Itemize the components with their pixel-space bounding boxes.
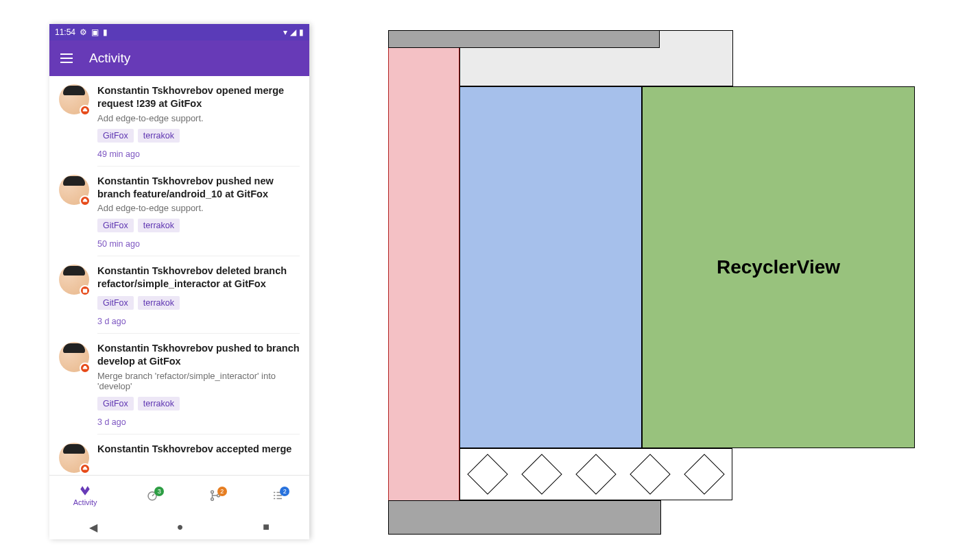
activity-title: Konstantin Tskhovrebov accepted merge xyxy=(97,443,300,456)
signal-icon: ◢ xyxy=(290,27,296,37)
bottom-nav: Activity322 xyxy=(49,475,309,515)
overview-key-icon[interactable]: ■ xyxy=(263,521,270,533)
activity-title: Konstantin Tskhovrebov opened merge requ… xyxy=(97,84,300,110)
phone-mockup: 11:54 ⚙ ▣ ▮ ▾ ◢ ▮ Activity Konstantin Ts… xyxy=(49,24,309,539)
svg-rect-0 xyxy=(83,289,87,293)
activity-description: Add edge-to-edge support. xyxy=(97,113,300,123)
gitlab-icon xyxy=(77,485,93,497)
activity-title: Konstantin Tskhovrebov deleted branch re… xyxy=(97,265,300,291)
svg-point-2 xyxy=(211,490,213,493)
activity-title: Konstantin Tskhovrebov pushed to branch … xyxy=(97,342,300,368)
activity-item[interactable]: Konstantin Tskhovrebov opened merge requ… xyxy=(49,76,309,167)
nav-item-merge[interactable]: 2 xyxy=(208,489,223,502)
chip[interactable]: terrakok xyxy=(138,397,180,411)
battery-icon: ▮ xyxy=(299,27,304,37)
diagram-side-inset-zone xyxy=(388,30,459,535)
avatar[interactable] xyxy=(59,342,89,372)
avatar[interactable] xyxy=(59,265,89,295)
card-icon: ▮ xyxy=(103,27,108,37)
chip[interactable]: terrakok xyxy=(138,129,180,143)
activity-item[interactable]: Konstantin Tskhovrebov pushed to branch … xyxy=(49,334,309,434)
chip[interactable]: terrakok xyxy=(138,296,180,310)
diagram-nav-placeholder xyxy=(630,454,670,494)
back-key-icon[interactable]: ◀ xyxy=(89,521,97,534)
nav-item-todo[interactable]: 2 xyxy=(270,489,285,502)
wifi-icon: ▾ xyxy=(283,27,287,37)
diagram-bottomnav-zone xyxy=(459,448,732,500)
delete-icon xyxy=(80,285,91,296)
activity-item[interactable]: Konstantin Tskhovrebov pushed new branch… xyxy=(49,167,309,257)
chip[interactable]: GitFox xyxy=(97,296,134,310)
activity-timestamp: 3 d ago xyxy=(97,317,300,326)
nav-badge: 3 xyxy=(154,487,164,496)
avatar[interactable] xyxy=(59,84,89,114)
chip[interactable]: GitFox xyxy=(97,397,134,411)
diagram-recyclerview-zone: RecyclerView xyxy=(642,86,915,448)
appbar: Activity xyxy=(49,40,309,76)
activity-title: Konstantin Tskhovrebov pushed new branch… xyxy=(97,175,300,201)
activity-chips: GitFoxterrakok xyxy=(97,397,300,411)
doc-icon: ▣ xyxy=(91,27,99,37)
activity-item[interactable]: Konstantin Tskhovrebov deleted branch re… xyxy=(49,256,309,334)
nav-badge: 2 xyxy=(280,487,289,496)
diagram-nav-placeholder xyxy=(521,454,562,494)
layout-diagram: RecyclerView xyxy=(388,30,915,536)
diagram-syskeys-zone xyxy=(388,500,661,535)
chip[interactable]: terrakok xyxy=(138,219,180,232)
statusbar-time: 11:54 xyxy=(55,27,75,37)
activity-chips: GitFoxterrakok xyxy=(97,129,300,143)
chip[interactable]: GitFox xyxy=(97,129,134,143)
gear-icon: ⚙ xyxy=(80,27,87,37)
svg-point-3 xyxy=(211,498,213,500)
chip[interactable]: GitFox xyxy=(97,219,134,232)
diagram-nav-placeholder xyxy=(575,454,616,494)
activity-chips: GitFoxterrakok xyxy=(97,296,300,310)
diagram-nav-placeholder xyxy=(467,454,507,494)
nav-badge: 2 xyxy=(217,487,227,496)
diagram-statusbar-zone xyxy=(388,30,660,48)
android-system-keys: ◀ ● ■ xyxy=(49,515,309,539)
android-statusbar: 11:54 ⚙ ▣ ▮ ▾ ◢ ▮ xyxy=(49,24,309,40)
diagram-content-zone xyxy=(459,86,642,448)
cloud-icon xyxy=(80,463,91,474)
avatar[interactable] xyxy=(59,443,89,473)
cloud-icon xyxy=(80,105,91,116)
cloud-icon xyxy=(80,195,91,206)
activity-description: Merge branch 'refactor/simple_interactor… xyxy=(97,371,300,391)
hamburger-icon[interactable] xyxy=(60,53,73,63)
diagram-recyclerview-label: RecyclerView xyxy=(717,256,840,278)
activity-feed[interactable]: Konstantin Tskhovrebov opened merge requ… xyxy=(49,76,309,475)
appbar-title: Activity xyxy=(89,51,130,66)
activity-timestamp: 3 d ago xyxy=(97,417,300,427)
nav-item-speed[interactable]: 3 xyxy=(145,489,160,502)
nav-label: Activity xyxy=(73,498,97,506)
cloud-icon xyxy=(80,363,91,374)
activity-timestamp: 49 min ago xyxy=(97,149,300,159)
nav-item-gitlab[interactable]: Activity xyxy=(73,485,97,506)
activity-description: Add edge-to-edge support. xyxy=(97,203,300,213)
diagram-nav-placeholder xyxy=(684,454,725,494)
activity-timestamp: 50 min ago xyxy=(97,239,300,249)
home-key-icon[interactable]: ● xyxy=(177,521,184,533)
activity-chips: GitFoxterrakok xyxy=(97,219,300,232)
activity-item[interactable]: Konstantin Tskhovrebov accepted merge xyxy=(49,434,309,473)
avatar[interactable] xyxy=(59,175,89,205)
